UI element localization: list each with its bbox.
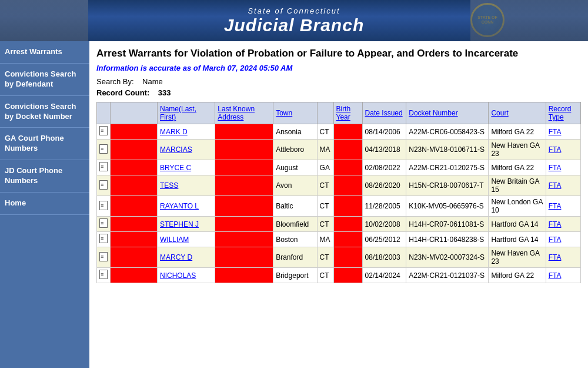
row-address — [215, 217, 273, 232]
row-docket: K10K-MV05-0665976-S — [406, 196, 489, 217]
row-icon1 — [97, 247, 111, 268]
col-name-link[interactable]: Name(Last, First) — [160, 105, 196, 121]
record-count-value: 333 — [158, 88, 171, 97]
col-icon1 — [97, 102, 111, 124]
doc-icon — [99, 162, 108, 171]
record-type-link[interactable]: FTA — [549, 181, 562, 190]
row-date-issued: 06/25/2012 — [362, 232, 406, 247]
row-record-type: FTA — [546, 232, 580, 247]
row-icon1 — [97, 160, 111, 175]
doc-icon — [99, 252, 108, 261]
row-state: MA — [317, 140, 333, 160]
col-last-known-link[interactable]: Last Known Address — [218, 105, 255, 121]
col-town-link[interactable]: Town — [276, 109, 292, 117]
sidebar-item-jd-court-phones[interactable]: JD Court Phone Numbers — [0, 160, 89, 193]
row-court: New Haven GA 23 — [489, 247, 546, 268]
row-record-type: FTA — [546, 247, 580, 268]
defendant-name-link[interactable]: MARCY D — [160, 253, 192, 261]
sidebar-item-home[interactable]: Home — [0, 193, 89, 215]
row-state: CT — [317, 217, 333, 232]
row-photo-cell — [111, 247, 158, 268]
record-type-link[interactable]: FTA — [549, 164, 562, 172]
table-row: NICHOLAS Bridgeport CT 02/14/2024 A22M-C… — [97, 268, 581, 283]
search-by-label: Search By: — [96, 77, 134, 86]
table-row: WILLIAM Boston MA 06/25/2012 H14H-CR11-0… — [97, 232, 581, 247]
row-name: MARCY D — [158, 247, 215, 268]
col-date-issued-link[interactable]: Date Issued — [365, 109, 403, 117]
col-icon2 — [111, 102, 158, 124]
col-last-known: Last Known Address — [215, 102, 273, 124]
row-name: TESS — [158, 175, 215, 196]
row-name: RAYANTO L — [158, 196, 215, 217]
record-type-link[interactable]: FTA — [549, 202, 562, 210]
sidebar-item-convictions-defendant[interactable]: Convictions Search by Defendant — [0, 64, 89, 96]
row-docket: H15N-CR18-0070617-T — [406, 175, 489, 196]
doc-icon — [99, 144, 108, 154]
defendant-name-link[interactable]: TESS — [160, 181, 178, 190]
row-record-type: FTA — [546, 175, 580, 196]
defendant-name-link[interactable]: MARCIAS — [160, 145, 192, 154]
record-type-link[interactable]: FTA — [549, 236, 562, 244]
doc-icon — [99, 218, 108, 228]
search-by-value: Name — [142, 77, 163, 86]
col-court-link[interactable]: Court — [491, 109, 508, 117]
col-town: Town — [273, 102, 317, 124]
record-type-link[interactable]: FTA — [549, 145, 562, 154]
row-photo-cell — [111, 196, 158, 217]
main-layout: Arrest Warrants Convictions Search by De… — [0, 41, 588, 368]
col-dob-link[interactable]: Birth Year — [336, 105, 351, 121]
table-row: BRYCE C August GA 02/08/2022 A22M-CR21-0… — [97, 160, 581, 175]
row-town: Avon — [273, 175, 317, 196]
row-record-type: FTA — [546, 217, 580, 232]
row-dob — [333, 247, 362, 268]
defendant-name-link[interactable]: STEPHEN J — [160, 220, 199, 228]
row-address — [215, 124, 273, 140]
row-town: Boston — [273, 232, 317, 247]
search-by-line: Search By: Name — [96, 77, 581, 86]
row-dob — [333, 217, 362, 232]
row-photo-cell — [111, 232, 158, 247]
col-docket-link[interactable]: Docket Number — [409, 109, 457, 117]
row-date-issued: 02/14/2024 — [362, 268, 406, 283]
defendant-name-link[interactable]: NICHOLAS — [160, 271, 196, 280]
col-record-type-link[interactable]: Record Type — [549, 105, 572, 121]
row-docket: H14H-CR07-0611081-S — [406, 217, 489, 232]
row-dob — [333, 232, 362, 247]
defendant-name-link[interactable]: MARK D — [160, 128, 188, 136]
row-address — [215, 268, 273, 283]
row-icon1 — [97, 268, 111, 283]
row-date-issued: 08/18/2003 — [362, 247, 406, 268]
sidebar: Arrest Warrants Convictions Search by De… — [0, 41, 89, 368]
record-type-link[interactable]: FTA — [549, 253, 562, 261]
row-photo-cell — [111, 124, 158, 140]
header-text: State of Connecticut Judicial Branch — [224, 6, 364, 35]
row-name: NICHOLAS — [158, 268, 215, 283]
defendant-name-link[interactable]: RAYANTO L — [160, 202, 199, 210]
row-state: CT — [317, 175, 333, 196]
row-docket: N23N-MV02-0007324-S — [406, 247, 489, 268]
sidebar-item-arrest-warrants[interactable]: Arrest Warrants — [0, 41, 89, 64]
row-docket: N23N-MV18-0106711-S — [406, 140, 489, 160]
row-address — [215, 140, 273, 160]
record-type-link[interactable]: FTA — [549, 220, 562, 228]
col-docket: Docket Number — [406, 102, 489, 124]
table-row: TESS Avon CT 08/26/2020 H15N-CR18-007061… — [97, 175, 581, 196]
row-record-type: FTA — [546, 196, 580, 217]
row-date-issued: 08/14/2006 — [362, 124, 406, 140]
record-type-link[interactable]: FTA — [549, 128, 562, 136]
row-dob — [333, 175, 362, 196]
header-building-left — [0, 0, 88, 41]
row-date-issued: 04/13/2018 — [362, 140, 406, 160]
defendant-name-link[interactable]: WILLIAM — [160, 236, 189, 244]
row-address — [215, 175, 273, 196]
sidebar-item-ga-court-phones[interactable]: GA Court Phone Numbers — [0, 128, 89, 160]
state-line: State of Connecticut — [224, 6, 364, 15]
sidebar-item-convictions-docket[interactable]: Convictions Search by Docket Number — [0, 96, 89, 128]
defendant-name-link[interactable]: BRYCE C — [160, 164, 191, 172]
record-type-link[interactable]: FTA — [549, 271, 562, 280]
row-town: Bloomfield — [273, 217, 317, 232]
row-dob — [333, 124, 362, 140]
table-row: RAYANTO L Baltic CT 11/28/2005 K10K-MV05… — [97, 196, 581, 217]
row-record-type: FTA — [546, 140, 580, 160]
row-name: STEPHEN J — [158, 217, 215, 232]
